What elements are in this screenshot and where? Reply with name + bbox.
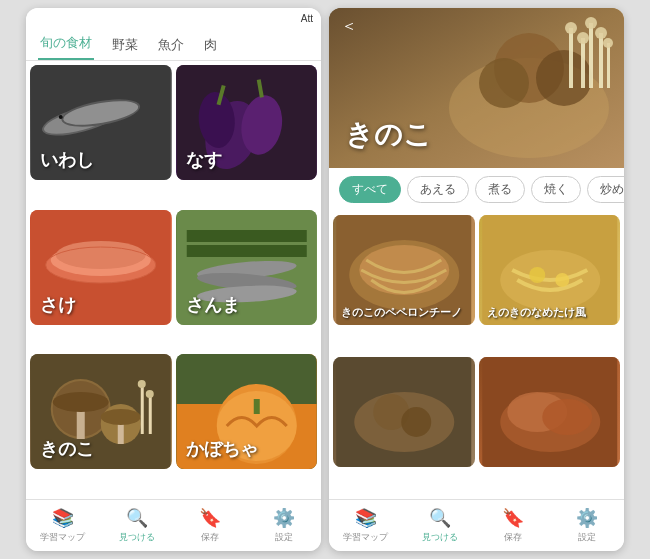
- svg-point-30: [101, 409, 141, 425]
- filter-niru[interactable]: 煮る: [475, 176, 525, 203]
- tab-vegetables[interactable]: 野菜: [110, 30, 140, 60]
- svg-rect-49: [589, 23, 593, 88]
- grid-item-iwashi[interactable]: いわし: [30, 65, 172, 180]
- grid-item-kabocha[interactable]: かぼちゃ: [176, 354, 318, 469]
- search-icon-left: 🔍: [126, 507, 148, 529]
- search-icon-right: 🔍: [429, 507, 451, 529]
- nav-settings-label-right: 設定: [578, 531, 596, 544]
- map-icon-left: 📚: [52, 507, 74, 529]
- recipes-grid: きのこのペペロンチーノ えのきのなめたけ風: [329, 211, 624, 499]
- nav-map-left[interactable]: 📚 学習マップ: [26, 500, 100, 551]
- nav-find-label-left: 見つける: [119, 531, 155, 544]
- nav-find-left[interactable]: 🔍 見つける: [100, 500, 174, 551]
- nav-find-label-right: 見つける: [422, 531, 458, 544]
- nav-save-label-left: 保存: [201, 531, 219, 544]
- right-bottom-nav: 📚 学習マップ 🔍 見つける 🔖 保存 ⚙️ 設定: [329, 499, 624, 551]
- svg-point-46: [565, 22, 577, 34]
- recipe-item-peperoncino[interactable]: きのこのペペロンチーノ: [333, 215, 475, 325]
- recipe-item-3[interactable]: [333, 357, 475, 467]
- svg-rect-53: [607, 43, 610, 88]
- nav-save-right[interactable]: 🔖 保存: [477, 500, 551, 551]
- left-phone: Att 旬の食材 野菜 魚介 肉: [26, 8, 321, 551]
- food-label-nasu: なす: [186, 148, 222, 172]
- phones-container: Att 旬の食材 野菜 魚介 肉: [18, 0, 632, 559]
- svg-point-15: [56, 241, 146, 269]
- svg-point-57: [359, 245, 449, 295]
- svg-rect-47: [581, 38, 585, 88]
- svg-point-48: [577, 32, 589, 44]
- svg-rect-33: [149, 394, 152, 434]
- grid-item-kinoko[interactable]: きのこ: [30, 354, 172, 469]
- tab-meat[interactable]: 肉: [202, 30, 219, 60]
- svg-rect-45: [569, 28, 573, 88]
- filter-yaku[interactable]: 焼く: [531, 176, 581, 203]
- recipe-label-nametake: えのきのなめたけ風: [487, 305, 586, 319]
- nav-map-label-left: 学習マップ: [40, 531, 85, 544]
- food-label-sake: さけ: [40, 293, 76, 317]
- svg-point-34: [146, 390, 154, 398]
- nav-settings-right[interactable]: ⚙️ 設定: [550, 500, 624, 551]
- svg-point-44: [479, 58, 529, 108]
- recipe-item-4[interactable]: [479, 357, 621, 467]
- svg-point-54: [603, 38, 613, 48]
- food-label-kinoko: きのこ: [40, 437, 94, 461]
- grid-item-sanma[interactable]: さんま: [176, 210, 318, 325]
- filter-itameru[interactable]: 炒める: [587, 176, 624, 203]
- food-label-iwashi: いわし: [40, 148, 94, 172]
- recipe-label-peperoncino: きのこのペペロンチーノ: [341, 305, 462, 319]
- nav-find-right[interactable]: 🔍 見つける: [403, 500, 477, 551]
- svg-point-69: [542, 399, 592, 435]
- food-label-sanma: さんま: [186, 293, 240, 317]
- back-button[interactable]: ＜: [341, 16, 357, 37]
- svg-point-65: [401, 407, 431, 437]
- svg-point-5: [59, 115, 63, 119]
- svg-point-27: [53, 392, 109, 412]
- nav-settings-label-left: 設定: [275, 531, 293, 544]
- svg-rect-18: [186, 230, 306, 242]
- nav-map-right[interactable]: 📚 学習マップ: [329, 500, 403, 551]
- gear-icon-left: ⚙️: [273, 507, 295, 529]
- bookmark-icon-left: 🔖: [199, 507, 221, 529]
- tab-seasonal[interactable]: 旬の食材: [38, 28, 94, 60]
- nav-save-label-right: 保存: [504, 531, 522, 544]
- map-icon-right: 📚: [355, 507, 377, 529]
- status-text: Att: [301, 13, 313, 24]
- nav-save-left[interactable]: 🔖 保存: [174, 500, 248, 551]
- right-phone: ＜ きのこ すべて あえる 煮る 焼く 炒める: [329, 8, 624, 551]
- gear-icon-right: ⚙️: [576, 507, 598, 529]
- left-tabs: 旬の食材 野菜 魚介 肉: [26, 28, 321, 61]
- svg-rect-39: [253, 399, 259, 414]
- svg-point-50: [585, 17, 597, 29]
- grid-item-sake[interactable]: さけ: [30, 210, 172, 325]
- tab-seafood[interactable]: 魚介: [156, 30, 186, 60]
- food-grid: いわし なす: [26, 61, 321, 499]
- filter-aeru[interactable]: あえる: [407, 176, 469, 203]
- nav-settings-left[interactable]: ⚙️ 設定: [247, 500, 321, 551]
- food-label-kabocha: かぼちゃ: [186, 437, 258, 461]
- hero-title: きのこ: [345, 116, 432, 154]
- svg-rect-19: [186, 245, 306, 257]
- recipe-item-nametake[interactable]: えのきのなめたけ風: [479, 215, 621, 325]
- svg-rect-31: [141, 384, 144, 434]
- bookmark-icon-right: 🔖: [502, 507, 524, 529]
- svg-point-61: [555, 273, 569, 287]
- grid-item-nasu[interactable]: なす: [176, 65, 318, 180]
- left-bottom-nav: 📚 学習マップ 🔍 見つける 🔖 保存 ⚙️ 設定: [26, 499, 321, 551]
- nav-map-label-right: 学習マップ: [343, 531, 388, 544]
- filter-tabs: すべて あえる 煮る 焼く 炒める: [329, 168, 624, 211]
- hero-section: ＜ きのこ: [329, 8, 624, 168]
- svg-point-60: [529, 267, 545, 283]
- filter-all[interactable]: すべて: [339, 176, 401, 203]
- svg-rect-51: [599, 33, 603, 88]
- svg-point-32: [138, 380, 146, 388]
- status-bar-left: Att: [26, 8, 321, 28]
- svg-point-52: [595, 27, 607, 39]
